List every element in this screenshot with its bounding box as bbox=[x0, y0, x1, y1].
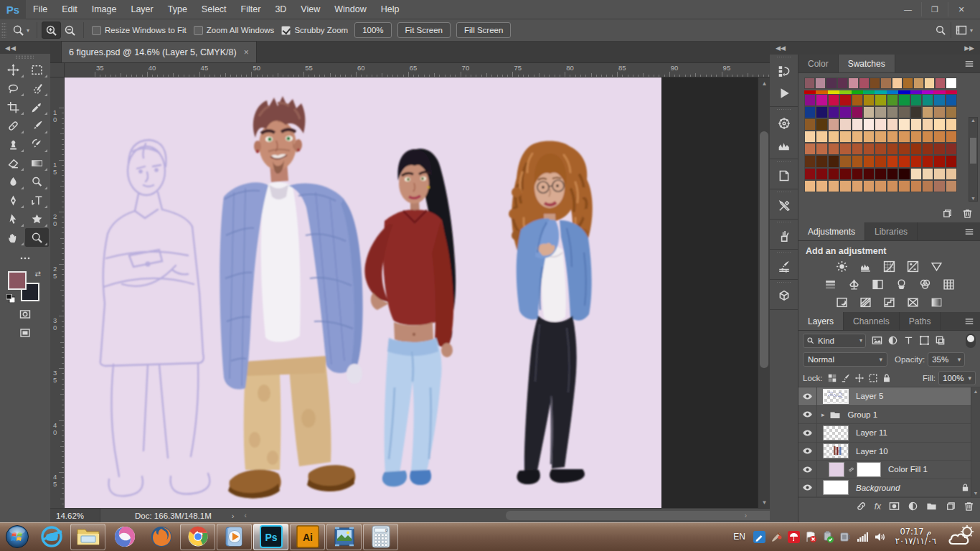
fit-screen-button[interactable]: Fit Screen bbox=[397, 22, 451, 38]
type-tool[interactable] bbox=[25, 191, 49, 209]
panel-menu-icon[interactable] bbox=[964, 227, 980, 237]
color-balance-adjustment-icon[interactable] bbox=[845, 276, 862, 292]
weather-icon[interactable] bbox=[946, 524, 977, 550]
swatch[interactable] bbox=[880, 77, 891, 89]
taskbar-clock[interactable]: 07:17 م ٢٠١٧/١١/٠٦ bbox=[895, 527, 936, 546]
paint-tool-tray-icon[interactable] bbox=[771, 531, 783, 543]
visibility-eye-icon[interactable] bbox=[802, 464, 813, 475]
delete-layer-icon[interactable] bbox=[963, 501, 974, 512]
swatch[interactable] bbox=[875, 94, 886, 106]
visibility-eye-icon[interactable] bbox=[802, 409, 813, 420]
swatch[interactable] bbox=[875, 131, 886, 143]
swatch[interactable] bbox=[839, 118, 851, 131]
swatch[interactable] bbox=[863, 106, 875, 118]
menu-3d[interactable]: 3D bbox=[268, 0, 293, 19]
swatch[interactable] bbox=[910, 106, 922, 118]
swatch[interactable] bbox=[946, 168, 957, 180]
swatch[interactable] bbox=[816, 94, 827, 106]
layer-style-icon[interactable]: fx bbox=[875, 501, 881, 512]
shape-tool[interactable] bbox=[25, 209, 49, 228]
swatch[interactable] bbox=[898, 155, 910, 167]
swatch[interactable] bbox=[898, 143, 910, 155]
swatch[interactable] bbox=[946, 180, 957, 192]
current-tool-icon[interactable]: ▾ bbox=[9, 22, 32, 39]
swatches-scrollbar[interactable]: ▲ ▼ bbox=[969, 117, 978, 202]
default-colors-icon[interactable] bbox=[6, 294, 15, 303]
swatch[interactable] bbox=[863, 131, 875, 143]
lock-transparency-icon[interactable] bbox=[826, 372, 839, 385]
swatch[interactable] bbox=[804, 168, 816, 180]
swatch[interactable] bbox=[946, 118, 957, 131]
dock-collapse-icon[interactable]: ◀◀ bbox=[776, 44, 786, 52]
swatch[interactable] bbox=[828, 131, 839, 143]
brush-presets-panel-button[interactable] bbox=[770, 225, 798, 247]
quick-mask-button[interactable] bbox=[16, 307, 34, 321]
volume-tray-icon[interactable] bbox=[874, 531, 886, 543]
swatch[interactable] bbox=[804, 180, 816, 192]
swatch[interactable] bbox=[852, 118, 863, 131]
start-button[interactable] bbox=[2, 524, 32, 550]
eyedropper-tool[interactable] bbox=[25, 98, 49, 116]
tool-panel-collapse[interactable]: ◀◀ bbox=[0, 42, 50, 54]
lock-all-icon[interactable] bbox=[880, 372, 894, 385]
path-selection-tool[interactable] bbox=[1, 209, 25, 228]
swatch[interactable] bbox=[815, 77, 826, 89]
layer-row-layer-11[interactable]: Layer 11 bbox=[798, 424, 980, 443]
brush-settings-panel-button[interactable] bbox=[770, 255, 798, 277]
checkbox-scrubby-zoom[interactable]: Scrubby Zoom bbox=[281, 26, 348, 35]
ellipsis-tool-icon[interactable] bbox=[16, 251, 34, 265]
opacity-select[interactable]: 35%▾ bbox=[928, 352, 965, 367]
swatch[interactable] bbox=[946, 155, 957, 167]
panel-collapse-icon[interactable]: ▶▶ bbox=[964, 44, 974, 52]
curves-adjustment-icon[interactable] bbox=[881, 258, 898, 274]
color-lookup-adjustment-icon[interactable] bbox=[940, 276, 957, 292]
lock-pixels-icon[interactable] bbox=[839, 372, 853, 385]
fill-screen-button[interactable]: Fill Screen bbox=[456, 22, 511, 38]
quick-selection-tool[interactable] bbox=[25, 79, 49, 98]
vibrance-adjustment-icon[interactable] bbox=[928, 258, 946, 274]
history-brush-tool[interactable] bbox=[25, 135, 49, 154]
tab-layers[interactable]: Layers bbox=[798, 312, 844, 330]
swatch[interactable] bbox=[875, 180, 886, 192]
layer-row-layer-5[interactable]: Layer 5 bbox=[798, 387, 980, 406]
swatch[interactable] bbox=[875, 106, 886, 118]
black-white-adjustment-icon[interactable] bbox=[869, 276, 886, 292]
marquee-tool[interactable] bbox=[25, 60, 49, 79]
tab-channels[interactable]: Channels bbox=[844, 312, 900, 330]
tab-libraries[interactable]: Libraries bbox=[865, 222, 918, 240]
panel-menu-icon[interactable] bbox=[964, 316, 980, 326]
swatch[interactable] bbox=[933, 118, 945, 131]
tool-presets-panel-button[interactable] bbox=[770, 194, 798, 217]
posterize-adjustment-icon[interactable] bbox=[857, 294, 875, 310]
swatch[interactable] bbox=[852, 143, 863, 155]
swatch[interactable] bbox=[922, 106, 933, 118]
swirl-browser-taskbar-button[interactable] bbox=[107, 524, 142, 550]
zoom-out-button[interactable] bbox=[61, 22, 79, 39]
swatch[interactable] bbox=[804, 143, 816, 155]
swatch[interactable] bbox=[933, 168, 945, 180]
swatch[interactable] bbox=[837, 77, 848, 89]
swatch[interactable] bbox=[816, 131, 827, 143]
network-signal-tray-icon[interactable] bbox=[857, 531, 869, 543]
swatch[interactable] bbox=[946, 106, 957, 118]
close-button[interactable]: ✕ bbox=[948, 2, 974, 17]
fill-layer-thumbnail[interactable] bbox=[829, 462, 844, 477]
layer-thumbnail[interactable] bbox=[823, 425, 849, 441]
swatch[interactable] bbox=[910, 94, 922, 106]
type-filter[interactable] bbox=[900, 334, 916, 348]
gradient-tool[interactable] bbox=[25, 154, 49, 172]
zoom-in-button[interactable] bbox=[42, 22, 61, 39]
swatch[interactable] bbox=[887, 143, 898, 155]
swatch[interactable] bbox=[887, 155, 898, 167]
search-icon[interactable] bbox=[935, 24, 946, 36]
visibility-eye-icon[interactable] bbox=[802, 446, 813, 456]
swatch[interactable] bbox=[910, 168, 922, 180]
swatch[interactable] bbox=[875, 168, 886, 180]
swatch[interactable] bbox=[935, 77, 946, 89]
document-tab[interactable]: 6 figures.psd @ 14.6% (Layer 5, CMYK/8) … bbox=[61, 41, 257, 62]
swatch[interactable] bbox=[903, 77, 913, 89]
pen-tablet-tray-icon[interactable] bbox=[753, 531, 765, 543]
add-mask-icon[interactable] bbox=[889, 501, 900, 512]
eraser-tool[interactable] bbox=[1, 154, 25, 172]
dodge-tool[interactable] bbox=[25, 172, 49, 191]
